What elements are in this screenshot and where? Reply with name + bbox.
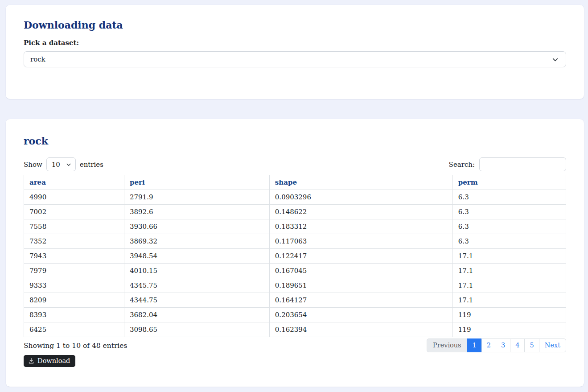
dataset-label: Pick a dataset:: [24, 39, 566, 47]
table-cell: 0.203654: [269, 308, 452, 322]
entries-select[interactable]: 10: [46, 157, 76, 171]
table-cell: 0.164127: [269, 293, 452, 308]
length-control: Show 10 entries: [24, 157, 103, 171]
table-cell: 0.122417: [269, 249, 452, 264]
table-cell: 8209: [24, 293, 124, 308]
column-header-shape[interactable]: shape: [269, 175, 452, 190]
table-cell: 0.0903296: [269, 190, 452, 205]
chevron-down-icon: [552, 56, 559, 63]
table-cell: 2791.9: [124, 190, 269, 205]
table-cell: 6.3: [452, 205, 566, 219]
table-cell: 119: [452, 322, 566, 337]
pagination-page-5[interactable]: 5: [524, 338, 539, 352]
table-cell: 6.3: [452, 234, 566, 249]
show-label: Show: [24, 161, 42, 169]
table-cell: 4345.75: [124, 278, 269, 293]
table-cell: 3682.04: [124, 308, 269, 322]
table-cell: 0.189651: [269, 278, 452, 293]
pagination-previous-button[interactable]: Previous: [427, 338, 468, 352]
table-row[interactable]: 79794010.150.16704517.1: [24, 264, 566, 278]
table-row[interactable]: 82094344.750.16412717.1: [24, 293, 566, 308]
table-cell: 3098.65: [124, 322, 269, 337]
pagination-next-button[interactable]: Next: [539, 338, 566, 352]
table-cell: 6.3: [452, 190, 566, 205]
table-row[interactable]: 79433948.540.12241717.1: [24, 249, 566, 264]
table-cell: 0.162394: [269, 322, 452, 337]
download-button[interactable]: Download: [24, 355, 75, 367]
page-title: Downloading data: [24, 19, 566, 31]
table-body: 49902791.90.09032966.370023892.60.148622…: [24, 190, 566, 337]
search-control: Search:: [449, 157, 566, 171]
table-card: rock Show 10 entries Search: areaperisha…: [6, 119, 584, 387]
table-cell: 7002: [24, 205, 124, 219]
table-cell: 0.117063: [269, 234, 452, 249]
table-cell: 7979: [24, 264, 124, 278]
table-row[interactable]: 93334345.750.18965117.1: [24, 278, 566, 293]
table-cell: 17.1: [452, 278, 566, 293]
table-row[interactable]: 70023892.60.1486226.3: [24, 205, 566, 219]
table-cell: 17.1: [452, 293, 566, 308]
pagination-page-4[interactable]: 4: [510, 338, 525, 352]
table-cell: 4010.15: [124, 264, 269, 278]
table-cell: 0.183312: [269, 219, 452, 234]
column-header-perm[interactable]: perm: [452, 175, 566, 190]
table-cell: 3930.66: [124, 219, 269, 234]
table-row[interactable]: 75583930.660.1833126.3: [24, 219, 566, 234]
table-row[interactable]: 49902791.90.09032966.3: [24, 190, 566, 205]
search-input[interactable]: [479, 157, 566, 171]
table-cell: 3869.32: [124, 234, 269, 249]
column-header-peri[interactable]: peri: [124, 175, 269, 190]
table-cell: 8393: [24, 308, 124, 322]
table-row[interactable]: 83933682.040.203654119: [24, 308, 566, 322]
table-cell: 7352: [24, 234, 124, 249]
table-cell: 0.148622: [269, 205, 452, 219]
download-button-label: Download: [37, 357, 70, 364]
table-info: Showing 1 to 10 of 48 entries: [24, 342, 127, 350]
column-header-area[interactable]: area: [24, 175, 124, 190]
pagination: Previous 12345 Next: [427, 338, 566, 352]
table-cell: 6.3: [452, 219, 566, 234]
table-footer: Showing 1 to 10 of 48 entries Previous 1…: [24, 338, 566, 352]
pagination-page-2[interactable]: 2: [481, 338, 496, 352]
chevron-down-icon: [66, 162, 71, 167]
data-table: areaperishapeperm 49902791.90.09032966.3…: [24, 175, 566, 337]
entries-label: entries: [80, 161, 103, 169]
table-controls: Show 10 entries Search:: [24, 157, 566, 171]
table-cell: 4990: [24, 190, 124, 205]
dataset-select[interactable]: rock: [24, 51, 566, 67]
download-icon: [28, 358, 34, 364]
table-title: rock: [24, 135, 566, 147]
table-cell: 7558: [24, 219, 124, 234]
table-cell: 3892.6: [124, 205, 269, 219]
table-cell: 6425: [24, 322, 124, 337]
table-cell: 7943: [24, 249, 124, 264]
table-cell: 17.1: [452, 249, 566, 264]
table-cell: 4344.75: [124, 293, 269, 308]
table-cell: 119: [452, 308, 566, 322]
entries-select-value: 10: [52, 161, 60, 169]
table-cell: 9333: [24, 278, 124, 293]
table-cell: 3948.54: [124, 249, 269, 264]
table-row[interactable]: 73523869.320.1170636.3: [24, 234, 566, 249]
pagination-page-3[interactable]: 3: [496, 338, 510, 352]
search-label: Search:: [449, 161, 475, 169]
table-cell: 0.167045: [269, 264, 452, 278]
table-header-row: areaperishapeperm: [24, 175, 566, 190]
table-row[interactable]: 64253098.650.162394119: [24, 322, 566, 337]
table-cell: 17.1: [452, 264, 566, 278]
download-card: Downloading data Pick a dataset: rock: [6, 5, 584, 99]
pagination-page-1[interactable]: 1: [467, 338, 482, 352]
dataset-select-value: rock: [30, 55, 45, 63]
